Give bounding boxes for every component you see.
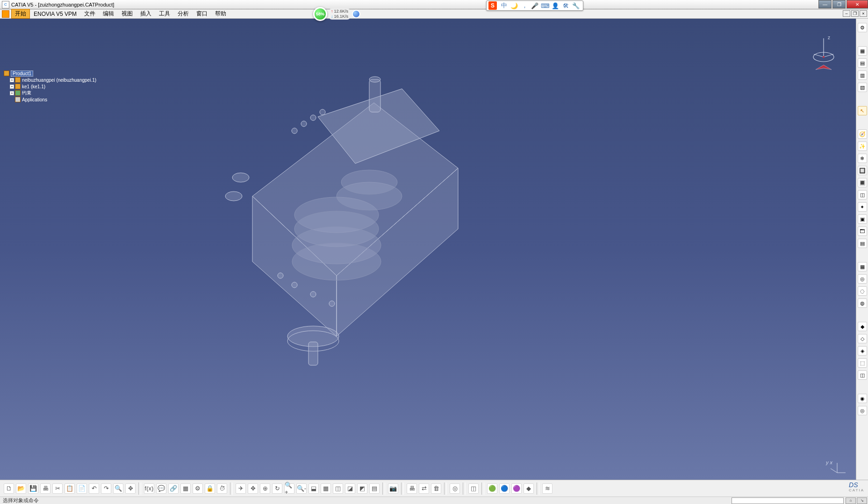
menu-edit[interactable]: 编辑 bbox=[99, 9, 118, 19]
tool-button[interactable]: ▥ bbox=[858, 71, 867, 80]
tool-button[interactable]: ◍ bbox=[858, 298, 867, 308]
tool-button[interactable]: ◈ bbox=[858, 346, 867, 355]
tool-button[interactable]: ◎ bbox=[858, 406, 867, 415]
tool-button[interactable]: ◎ bbox=[858, 274, 867, 284]
tree-node[interactable]: Applications bbox=[10, 96, 96, 103]
mechanism-button[interactable]: ⚙ bbox=[193, 483, 203, 494]
network-monitor-widget[interactable]: 58% 12.6K/s 16.1K/s bbox=[313, 7, 360, 21]
tool-button[interactable]: ✨ bbox=[858, 142, 867, 151]
tool-button[interactable]: ◆ bbox=[858, 322, 867, 331]
menu-insert[interactable]: 插入 bbox=[136, 9, 155, 19]
tool-button[interactable]: ▤ bbox=[858, 239, 867, 248]
shading-button[interactable]: ◪ bbox=[345, 483, 355, 494]
tree-root-node[interactable]: Product1 bbox=[4, 70, 96, 77]
status-button-2[interactable]: ↘ bbox=[857, 497, 867, 504]
shading-edges-button[interactable]: ◩ bbox=[357, 483, 367, 494]
target-button[interactable]: ◎ bbox=[450, 483, 460, 494]
paste-button[interactable]: 📄 bbox=[77, 483, 87, 494]
tree-node[interactable]: +约束 bbox=[10, 90, 96, 96]
menu-help[interactable]: 帮助 bbox=[211, 9, 230, 19]
document-icon[interactable] bbox=[2, 10, 9, 18]
tree-node[interactable]: +neibuzhuangpei (neibuzhuangpei.1) bbox=[10, 77, 96, 83]
3d-viewport[interactable]: Product1 +neibuzhuangpei (neibuzhuangpei… bbox=[0, 19, 868, 480]
material-green-button[interactable]: 🟢 bbox=[487, 483, 497, 494]
mdi-minimize-button[interactable]: – bbox=[843, 10, 850, 17]
view-compass[interactable]: z bbox=[807, 35, 840, 77]
layers-button[interactable]: ◫ bbox=[468, 483, 479, 494]
menu-analyze[interactable]: 分析 bbox=[174, 9, 193, 19]
apply-material-button[interactable]: ◆ bbox=[524, 483, 534, 494]
find-button[interactable]: 🔍 bbox=[113, 483, 123, 494]
tree-node[interactable]: +ke1 (ke1.1) bbox=[10, 83, 96, 90]
window-minimize-button[interactable]: — bbox=[818, 0, 832, 8]
tool-button[interactable]: ◫ bbox=[858, 190, 867, 199]
capture-button[interactable]: 📷 bbox=[388, 483, 398, 494]
ime-tool-icon[interactable]: 🛠 bbox=[561, 1, 570, 10]
spec-tree[interactable]: Product1 +neibuzhuangpei (neibuzhuangpei… bbox=[4, 70, 96, 103]
tool-button[interactable]: ▧ bbox=[858, 83, 867, 92]
tool-button[interactable]: 🔳 bbox=[858, 178, 867, 187]
menu-view[interactable]: 视图 bbox=[118, 9, 136, 19]
fit-button[interactable]: ✥ bbox=[248, 483, 258, 494]
zoom-out-button[interactable]: 🔍- bbox=[296, 483, 307, 494]
expand-icon[interactable]: + bbox=[10, 85, 14, 89]
pan-button[interactable]: ⊕ bbox=[260, 483, 270, 494]
window-close-button[interactable]: ✕ bbox=[846, 0, 868, 8]
tool-button[interactable]: ◇ bbox=[858, 334, 867, 343]
tool-button[interactable]: ⬚ bbox=[858, 358, 867, 368]
link-button[interactable]: 🔗 bbox=[168, 483, 179, 494]
swap-button[interactable]: ⇄ bbox=[419, 483, 429, 494]
cut-button[interactable]: ✂ bbox=[52, 483, 63, 494]
select-button[interactable]: ✥ bbox=[125, 483, 136, 494]
normal-view-button[interactable]: ⬓ bbox=[308, 483, 319, 494]
ime-keyboard-icon[interactable]: ⌨ bbox=[541, 1, 549, 10]
redo-button[interactable]: ↷ bbox=[101, 483, 111, 494]
expand-icon[interactable]: + bbox=[10, 91, 14, 95]
tool-button[interactable]: ◫ bbox=[858, 370, 867, 380]
ime-mic-icon[interactable]: 🎤 bbox=[531, 1, 539, 10]
tool-button[interactable]: ▦ bbox=[858, 262, 867, 271]
undo-button[interactable]: ↶ bbox=[89, 483, 99, 494]
timer-button[interactable]: ⏱ bbox=[217, 483, 227, 494]
ime-punct-icon[interactable]: ， bbox=[520, 1, 529, 10]
select-arrow-button[interactable]: ↖ bbox=[858, 106, 867, 115]
window-maximize-button[interactable]: ❐ bbox=[832, 0, 846, 8]
fly-button[interactable]: ✈ bbox=[236, 483, 246, 494]
mdi-restore-button[interactable]: ❐ bbox=[851, 10, 859, 17]
command-input[interactable] bbox=[732, 497, 844, 504]
tool-button[interactable]: ◉ bbox=[858, 394, 867, 403]
tool-button[interactable]: ▤ bbox=[858, 58, 867, 68]
tool-button[interactable]: ▣ bbox=[858, 214, 867, 224]
quick-print-button[interactable]: 🖶 bbox=[407, 483, 417, 494]
multi-view-button[interactable]: ▦ bbox=[321, 483, 331, 494]
expand-icon[interactable]: + bbox=[10, 78, 14, 82]
print-button[interactable]: 🖶 bbox=[40, 483, 50, 494]
delete-button[interactable]: 🗑 bbox=[431, 483, 441, 494]
tool-button[interactable]: ▦ bbox=[858, 46, 867, 56]
table-button[interactable]: ▦ bbox=[180, 483, 191, 494]
3d-model[interactable] bbox=[196, 75, 486, 374]
analysis-button[interactable]: ≋ bbox=[542, 483, 552, 494]
menu-tools[interactable]: 工具 bbox=[155, 9, 174, 19]
copy-button[interactable]: 📋 bbox=[65, 483, 75, 494]
ime-toolbar[interactable]: S 中 🌙 ， 🎤 ⌨ 👤 🛠 🔧 bbox=[486, 0, 583, 11]
mdi-close-button[interactable]: × bbox=[860, 10, 867, 17]
rotate-button[interactable]: ↻ bbox=[272, 483, 282, 494]
zoom-in-button[interactable]: 🔍+ bbox=[284, 483, 294, 494]
comment-button[interactable]: 💬 bbox=[156, 483, 166, 494]
ime-wrench-icon[interactable]: 🔧 bbox=[572, 1, 580, 10]
save-button[interactable]: 💾 bbox=[28, 483, 38, 494]
open-button[interactable]: 📂 bbox=[16, 483, 26, 494]
net-accelerator-icon[interactable] bbox=[352, 10, 360, 18]
menu-enovia[interactable]: ENOVIA V5 VPM bbox=[30, 10, 80, 18]
status-button-1[interactable]: ⌂ bbox=[846, 497, 856, 504]
tool-button[interactable]: ◌ bbox=[858, 286, 867, 296]
tool-button[interactable]: 🧭 bbox=[858, 129, 867, 139]
new-button[interactable]: 🗋 bbox=[4, 483, 14, 494]
tool-button[interactable]: 🗔 bbox=[858, 227, 867, 236]
menu-start[interactable]: 开始 bbox=[11, 9, 30, 19]
tool-button[interactable]: ✦ bbox=[858, 202, 867, 212]
tool-button[interactable]: ❄ bbox=[858, 154, 867, 163]
lock-button[interactable]: 🔒 bbox=[205, 483, 215, 494]
material-blue-button[interactable]: 🔵 bbox=[499, 483, 509, 494]
